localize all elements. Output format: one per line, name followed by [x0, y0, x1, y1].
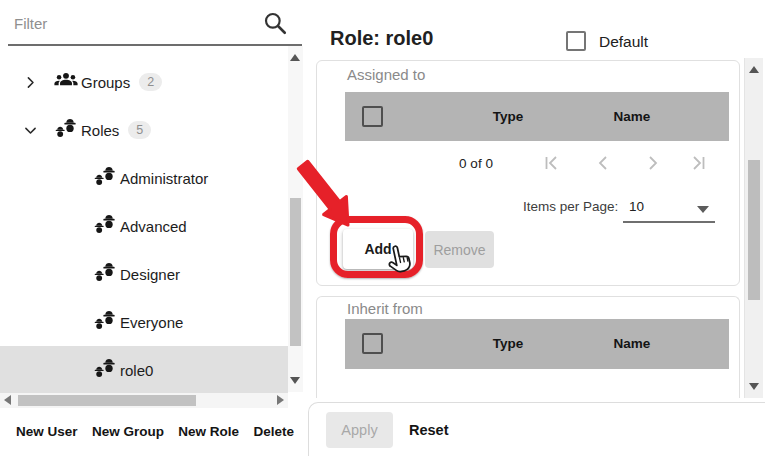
chevron-down-icon[interactable]	[22, 122, 39, 139]
column-header-name: Name	[587, 109, 677, 124]
pagination-range-label: 0 of 0	[445, 156, 507, 171]
tree-node-role-everyone[interactable]: Everyone	[0, 298, 288, 346]
column-header-type: Type	[463, 336, 553, 351]
tree-node-roles[interactable]: Roles 5	[0, 106, 288, 154]
roles-count-badge: 5	[128, 121, 151, 139]
search-icon[interactable]	[262, 10, 288, 36]
next-page-icon[interactable]	[643, 153, 663, 173]
reset-button[interactable]: Reset	[409, 412, 449, 448]
groups-count-badge: 2	[139, 73, 162, 91]
detail-vertical-scrollbar[interactable]	[744, 58, 763, 398]
tree-label-roles: Roles	[81, 122, 119, 139]
tree-vertical-scrollbar[interactable]	[288, 46, 303, 392]
page-title: Role: role0	[330, 27, 433, 50]
left-panel-actions: New User New Group New Role Delete	[16, 424, 294, 439]
role-icon	[92, 357, 118, 383]
select-all-checkbox[interactable]	[362, 333, 383, 354]
select-all-checkbox[interactable]	[362, 106, 383, 127]
first-page-icon[interactable]	[541, 153, 561, 173]
inherit-from-section: Inherit from Type Name	[316, 296, 740, 398]
last-page-icon[interactable]	[689, 153, 709, 173]
dropdown-arrow-icon[interactable]	[697, 206, 709, 213]
delete-button[interactable]: Delete	[253, 424, 294, 439]
detail-vscroll-thumb[interactable]	[748, 160, 760, 300]
role-icon	[92, 309, 118, 335]
scroll-right-icon[interactable]	[277, 395, 284, 405]
filter-box	[8, 6, 302, 46]
column-header-name: Name	[587, 336, 677, 351]
new-role-button[interactable]: New Role	[178, 424, 239, 439]
select-underline	[623, 221, 715, 223]
tree-hscroll-thumb[interactable]	[18, 395, 196, 406]
tree-label: Advanced	[120, 218, 187, 235]
add-button[interactable]: Add	[343, 229, 413, 269]
scroll-up-icon[interactable]	[749, 66, 759, 73]
inherit-table-header: Type Name	[345, 319, 729, 369]
groups-icon	[53, 69, 79, 95]
tree-node-role-designer[interactable]: Designer	[0, 250, 288, 298]
scroll-up-icon[interactable]	[290, 54, 300, 61]
inherit-from-label: Inherit from	[347, 300, 423, 317]
role-icon	[92, 213, 118, 239]
tree-vscroll-thumb[interactable]	[290, 198, 301, 346]
tree-node-role-administrator[interactable]: Administrator	[0, 154, 288, 202]
tree-node-groups[interactable]: Groups 2	[0, 58, 288, 106]
scroll-down-icon[interactable]	[290, 377, 300, 384]
chevron-right-icon[interactable]	[22, 74, 39, 91]
new-user-button[interactable]: New User	[16, 424, 78, 439]
roles-icon	[53, 117, 79, 143]
default-checkbox-label: Default	[599, 33, 648, 51]
new-group-button[interactable]: New Group	[92, 424, 164, 439]
assigned-to-section: Assigned to Type Name 0 of 0 Items per P…	[316, 60, 740, 286]
tree-label-groups: Groups	[81, 74, 130, 91]
apply-button[interactable]: Apply	[326, 412, 393, 448]
tree-node-role-role0-selected[interactable]: role0	[0, 346, 288, 394]
tree-label: role0	[120, 362, 153, 379]
default-checkbox[interactable]	[566, 31, 586, 51]
scroll-left-icon[interactable]	[4, 395, 11, 405]
scroll-down-icon[interactable]	[749, 383, 759, 390]
previous-page-icon[interactable]	[593, 153, 613, 173]
filter-input[interactable]	[12, 14, 256, 33]
tree-label: Administrator	[120, 170, 208, 187]
items-per-page-label: Items per Page:	[523, 199, 618, 214]
remove-button[interactable]: Remove	[425, 231, 494, 268]
detail-footer-bar: Apply Reset	[308, 402, 765, 456]
assigned-to-label: Assigned to	[347, 66, 425, 83]
tree-label: Designer	[120, 266, 180, 283]
role-icon	[92, 165, 118, 191]
assigned-table-header: Type Name	[345, 92, 729, 141]
tree-horizontal-scrollbar[interactable]	[0, 393, 288, 408]
role-icon	[92, 261, 118, 287]
column-header-type: Type	[463, 109, 553, 124]
items-per-page-select[interactable]: 10	[629, 199, 644, 214]
tree-label: Everyone	[120, 314, 183, 331]
tree-node-role-advanced[interactable]: Advanced	[0, 202, 288, 250]
